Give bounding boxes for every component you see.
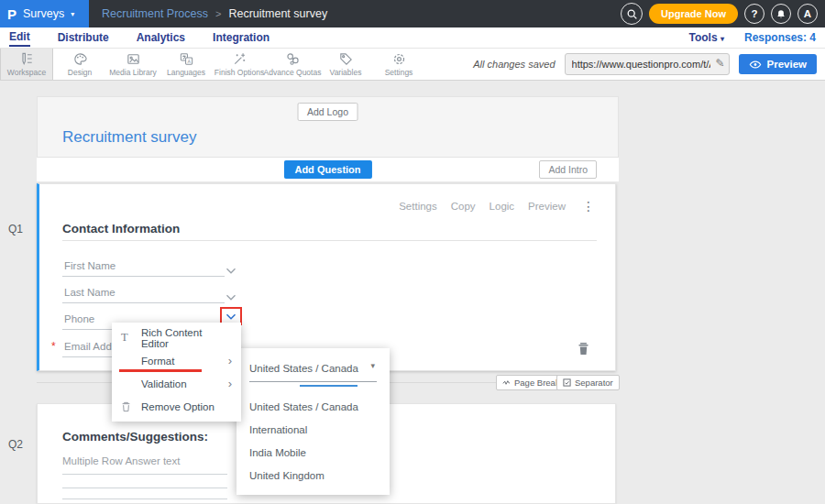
preview-button[interactable]: Preview: [739, 54, 817, 74]
kebab-menu-icon[interactable]: ⋮: [582, 199, 595, 214]
field-options-chevron[interactable]: [225, 289, 237, 305]
languages-icon: A: [179, 51, 194, 67]
menu-item-format[interactable]: Format ›: [112, 349, 241, 372]
trash-icon: [578, 342, 589, 356]
delete-question-button[interactable]: [578, 342, 589, 359]
answer-line: [62, 474, 227, 475]
contact-field-first-name[interactable]: First Name: [62, 257, 225, 277]
toolbar-media-library-label: Media Library: [109, 68, 157, 77]
breadcrumb: Recruitment Process > Recruitment survey: [102, 7, 327, 20]
toolbar-workspace[interactable]: Workspace: [0, 49, 53, 80]
upgrade-now-button[interactable]: Upgrade Now: [649, 4, 738, 24]
help-button[interactable]: ?: [744, 4, 764, 24]
chevron-down-icon: ▾: [720, 35, 724, 43]
menu-item-remove-option[interactable]: Remove Option: [112, 395, 241, 418]
surveys-menu[interactable]: P Surveys ▾: [0, 0, 89, 27]
field-label: Last Name: [62, 284, 225, 301]
menu-item-label: Format: [141, 356, 174, 367]
chevron-down-icon: ▾: [71, 10, 74, 18]
question-preview-link[interactable]: Preview: [528, 201, 566, 212]
format-option-india-mobile[interactable]: India Mobile: [236, 442, 390, 465]
toolbar-settings[interactable]: Settings: [372, 49, 425, 80]
format-selected-value: United States / Canada: [249, 363, 358, 374]
eye-icon: [749, 60, 762, 70]
add-intro-button[interactable]: Add Intro: [539, 160, 597, 179]
toolbar-design-label: Design: [68, 68, 92, 77]
question-copy-link[interactable]: Copy: [451, 201, 476, 212]
menu-item-rich-content-editor[interactable]: T Rich Content Editor: [112, 326, 241, 349]
search-button[interactable]: [621, 3, 643, 25]
focus-indicator-bar: [300, 385, 358, 387]
format-select[interactable]: United States / Canada ▾: [249, 359, 377, 382]
media-library-icon: [126, 51, 141, 67]
design-palette-icon: [72, 51, 88, 67]
question-text-q2[interactable]: Comments/Suggestions:: [62, 430, 208, 444]
toolbar-media-library[interactable]: Media Library: [106, 49, 160, 80]
tab-integration[interactable]: Integration: [213, 29, 270, 46]
format-option-international[interactable]: International: [236, 419, 390, 442]
account-avatar[interactable]: A: [798, 4, 818, 24]
notifications-button[interactable]: [771, 4, 791, 24]
survey-header-panel: Add Logo Recruitment survey: [37, 96, 619, 158]
edit-url-pencil-icon[interactable]: ✎: [715, 57, 724, 70]
avatar-letter: A: [804, 8, 811, 19]
nav-right: Tools ▾ Responses: 4: [689, 31, 817, 44]
add-logo-button[interactable]: Add Logo: [297, 103, 358, 121]
toolbar-advance-quotas[interactable]: Advance Quotas: [266, 49, 319, 80]
bell-icon: [776, 8, 786, 20]
workspace-icon: [19, 51, 35, 67]
breadcrumb-separator: >: [215, 8, 221, 19]
toolbar-advance-quotas-label: Advance Quotas: [264, 68, 322, 77]
survey-url-wrap: ✎: [565, 53, 730, 75]
add-question-button[interactable]: Add Question: [283, 160, 371, 179]
toolbar-right: All changes saved ✎ Preview: [473, 49, 825, 80]
chevron-down-icon: [225, 267, 237, 275]
tag-icon: [338, 51, 354, 67]
tab-analytics[interactable]: Analytics: [137, 29, 185, 46]
separator-icon: [563, 378, 571, 387]
field-label: First Name: [62, 257, 225, 275]
format-options-list: United States / Canada International Ind…: [236, 396, 390, 488]
toolbar-variables[interactable]: Variables: [319, 49, 372, 80]
responses-link[interactable]: Responses: 4: [744, 31, 816, 44]
contact-field-last-name[interactable]: Last Name: [62, 284, 225, 303]
toolbar-languages[interactable]: A Languages: [160, 49, 213, 80]
svg-text:A: A: [187, 59, 191, 64]
help-icon: ?: [751, 8, 757, 19]
menu-item-label: Remove Option: [141, 401, 214, 412]
multirow-answer-placeholder[interactable]: Multiple Row Answer text: [62, 455, 180, 466]
format-option-united-kingdom[interactable]: United Kingdom: [236, 465, 390, 488]
tab-distribute[interactable]: Distribute: [58, 29, 109, 46]
toolbar-finish-options[interactable]: Finish Options: [213, 49, 266, 80]
field-options-chevron[interactable]: [225, 262, 237, 279]
format-option-us-canada[interactable]: United States / Canada: [236, 396, 390, 419]
separator-label: Separator: [575, 378, 613, 388]
breadcrumb-survey-name: Recruitment survey: [228, 7, 327, 20]
row-options-context-menu: T Rich Content Editor Format › Validatio…: [112, 323, 241, 422]
separator-button[interactable]: Separator: [556, 375, 620, 390]
magic-wand-icon: [232, 51, 248, 67]
menu-item-validation[interactable]: Validation ›: [112, 372, 241, 395]
top-bar: P Surveys ▾ Recruitment Process > Recrui…: [0, 0, 825, 27]
question-actions: Settings Copy Logic Preview ⋮: [399, 199, 595, 214]
breadcrumb-folder[interactable]: Recruitment Process: [102, 7, 208, 20]
question-logic-link[interactable]: Logic: [490, 201, 515, 212]
answer-line: [62, 488, 227, 488]
questionpro-logo: P: [7, 7, 16, 21]
question-text-q1[interactable]: Contact Information: [62, 222, 180, 236]
tools-menu[interactable]: Tools ▾: [689, 31, 724, 44]
question-settings-link[interactable]: Settings: [399, 201, 437, 212]
tab-edit[interactable]: Edit: [9, 28, 30, 47]
chevron-down-icon-active[interactable]: [225, 312, 237, 321]
trash-icon: [121, 401, 141, 412]
topbar-actions: Upgrade Now ? A: [621, 3, 825, 25]
question-number-q2: Q2: [8, 438, 23, 451]
toolbar-workspace-label: Workspace: [7, 68, 46, 77]
toolbar-settings-label: Settings: [385, 68, 413, 77]
toolbar-design[interactable]: Design: [53, 49, 106, 80]
required-asterisk: *: [51, 340, 56, 353]
survey-url-input[interactable]: [565, 53, 730, 75]
toolbar-languages-label: Languages: [167, 68, 205, 77]
gear-icon: [391, 51, 407, 67]
survey-title[interactable]: Recruitment survey: [62, 128, 196, 147]
